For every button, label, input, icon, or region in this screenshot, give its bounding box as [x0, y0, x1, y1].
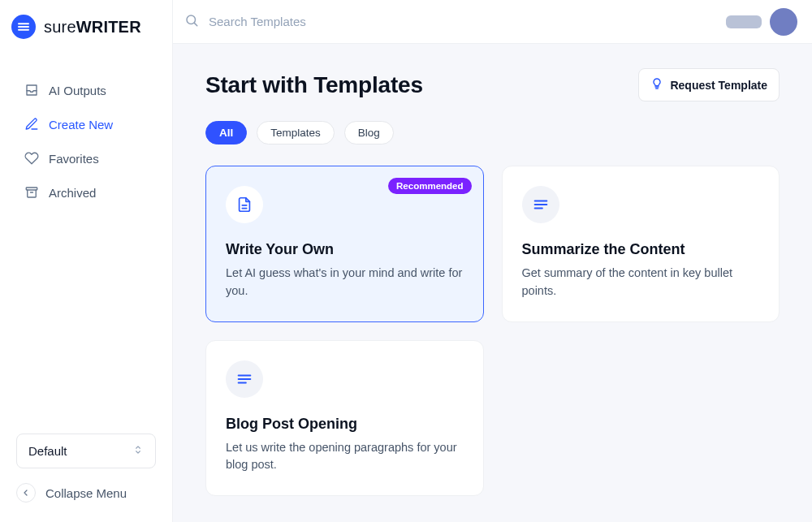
- page-title: Start with Templates: [205, 72, 423, 98]
- brand-text: sureWRITER: [44, 18, 141, 37]
- request-template-button[interactable]: Request Template: [638, 68, 780, 101]
- search-icon: [184, 13, 199, 31]
- card-description: Let us write the opening paragraphs for …: [226, 439, 464, 475]
- lines-icon: [522, 186, 559, 223]
- archive-icon: [24, 185, 39, 200]
- brand-logo[interactable]: sureWRITER: [0, 0, 172, 54]
- card-title: Blog Post Opening: [226, 416, 464, 433]
- brand-pre: sure: [44, 18, 76, 36]
- svg-line-3: [194, 23, 197, 25]
- template-card-summarize-the-content[interactable]: Summarize the ContentGet summary of the …: [502, 166, 780, 322]
- filters: AllTemplatesBlog: [205, 121, 780, 145]
- sidebar-item-label: AI Outputs: [49, 84, 106, 97]
- template-card-blog-post-opening[interactable]: Blog Post OpeningLet us write the openin…: [205, 340, 484, 497]
- sidebar-item-label: Archived: [49, 186, 96, 200]
- request-template-label: Request Template: [670, 79, 767, 92]
- sidebar-bottom: Default Collapse Menu: [0, 419, 172, 522]
- content: Start with Templates Request Template Al…: [173, 44, 812, 522]
- main: Start with Templates Request Template Al…: [173, 0, 812, 522]
- topbar-right: [726, 8, 797, 36]
- lightbulb-icon: [650, 77, 663, 93]
- card-description: Get summary of the content in key bullet…: [522, 265, 760, 300]
- brand-mark-icon: [11, 15, 36, 39]
- filter-chip-all[interactable]: All: [205, 121, 247, 145]
- chevron-updown-icon: [132, 444, 144, 458]
- edit-icon: [24, 117, 39, 132]
- topbar: [173, 0, 812, 44]
- brand-bold: WRITER: [76, 18, 141, 36]
- avatar[interactable]: [770, 8, 797, 36]
- sidebar: sureWRITER AI OutputsCreate NewFavorites…: [0, 0, 173, 522]
- sidebar-item-label: Create New: [49, 118, 113, 132]
- search-input[interactable]: [209, 15, 715, 28]
- lines-icon: [226, 360, 263, 398]
- workspace-select[interactable]: Default: [16, 434, 156, 468]
- filter-chip-templates[interactable]: Templates: [257, 121, 335, 145]
- sidebar-item-archived[interactable]: Archived: [0, 177, 172, 208]
- tag-skeleton: [726, 15, 762, 28]
- card-description: Let AI guess what's in your mind and wri…: [226, 265, 464, 300]
- heart-icon: [24, 151, 39, 166]
- file-icon: [226, 186, 263, 223]
- sidebar-item-favorites[interactable]: Favorites: [0, 143, 172, 174]
- filter-chip-blog[interactable]: Blog: [344, 121, 394, 145]
- cards-grid: RecommendedWrite Your OwnLet AI guess wh…: [205, 166, 780, 496]
- template-card-write-your-own[interactable]: RecommendedWrite Your OwnLet AI guess wh…: [205, 166, 484, 322]
- inbox-icon: [24, 83, 39, 97]
- collapse-menu-label: Collapse Menu: [45, 486, 127, 500]
- recommended-badge: Recommended: [388, 178, 471, 194]
- search: [184, 13, 715, 31]
- sidebar-nav: AI OutputsCreate NewFavoritesArchived: [0, 75, 172, 208]
- chevron-left-icon: [16, 483, 36, 503]
- card-title: Write Your Own: [226, 241, 464, 258]
- svg-rect-0: [26, 188, 37, 190]
- card-title: Summarize the Content: [522, 241, 760, 258]
- sidebar-item-ai-outputs[interactable]: AI Outputs: [0, 75, 172, 106]
- sidebar-item-label: Favorites: [49, 152, 99, 166]
- header-row: Start with Templates Request Template: [205, 68, 780, 101]
- collapse-menu-button[interactable]: Collapse Menu: [16, 481, 156, 504]
- workspace-select-value: Default: [28, 444, 67, 458]
- sidebar-item-create-new[interactable]: Create New: [0, 109, 172, 140]
